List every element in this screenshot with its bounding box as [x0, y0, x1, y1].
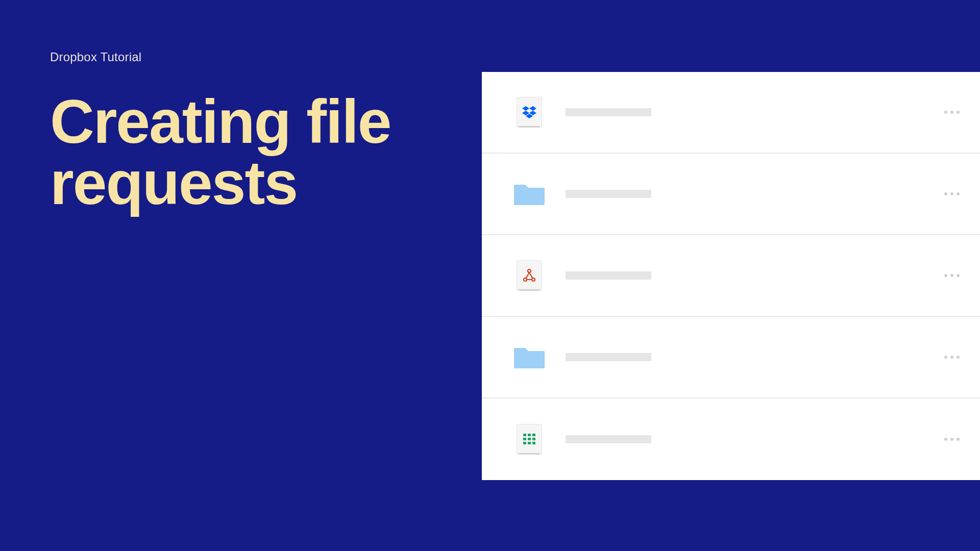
headline-line-2: requests	[50, 148, 297, 217]
more-dots-icon	[957, 356, 960, 359]
svg-rect-6	[523, 438, 526, 440]
svg-rect-3	[523, 434, 526, 436]
folder-icon	[514, 182, 545, 206]
file-row[interactable]	[482, 72, 980, 154]
folder-icon	[514, 345, 545, 369]
headline-line-1: Creating file	[50, 87, 390, 156]
more-menu[interactable]	[944, 111, 960, 114]
more-dots-icon	[944, 274, 947, 277]
file-row[interactable]	[482, 154, 980, 235]
file-icon-wrap	[517, 342, 542, 372]
more-dots-icon	[944, 356, 947, 359]
file-tile	[517, 260, 542, 291]
pdf-icon	[523, 268, 536, 283]
file-name-placeholder	[566, 271, 651, 280]
tutorial-eyebrow: Dropbox Tutorial	[50, 50, 141, 64]
more-dots-icon	[950, 356, 953, 359]
svg-rect-11	[532, 442, 535, 444]
file-name-placeholder	[566, 435, 651, 443]
spreadsheet-icon	[523, 434, 535, 445]
file-row[interactable]	[482, 317, 980, 398]
file-tile	[517, 424, 542, 455]
svg-rect-10	[528, 442, 531, 444]
more-dots-icon	[957, 111, 960, 114]
file-row[interactable]	[482, 235, 980, 317]
file-name-placeholder	[566, 108, 651, 116]
more-dots-icon	[950, 274, 953, 277]
more-menu[interactable]	[944, 356, 960, 359]
more-menu[interactable]	[944, 192, 960, 195]
file-icon-wrap	[517, 97, 542, 128]
more-dots-icon	[957, 438, 960, 441]
more-dots-icon	[944, 438, 947, 441]
file-name-placeholder	[566, 190, 651, 198]
file-icon-wrap	[517, 260, 542, 291]
dropbox-icon	[522, 106, 536, 118]
file-icon-wrap	[517, 424, 542, 455]
more-dots-icon	[944, 111, 947, 114]
file-row[interactable]	[482, 398, 980, 480]
more-menu[interactable]	[944, 274, 960, 277]
svg-rect-4	[528, 434, 531, 436]
tutorial-headline: Creating file requests	[50, 91, 390, 213]
more-dots-icon	[944, 192, 947, 195]
more-dots-icon	[957, 274, 960, 277]
file-name-placeholder	[566, 353, 651, 361]
file-icon-wrap	[517, 179, 542, 209]
svg-rect-5	[532, 434, 535, 436]
more-menu[interactable]	[944, 438, 960, 441]
file-list-panel	[482, 72, 980, 480]
svg-rect-8	[532, 438, 535, 440]
more-dots-icon	[950, 438, 953, 441]
svg-rect-7	[528, 438, 531, 440]
file-tile	[517, 97, 542, 128]
more-dots-icon	[957, 192, 960, 195]
more-dots-icon	[950, 111, 953, 114]
svg-rect-9	[523, 442, 526, 444]
more-dots-icon	[950, 192, 953, 195]
